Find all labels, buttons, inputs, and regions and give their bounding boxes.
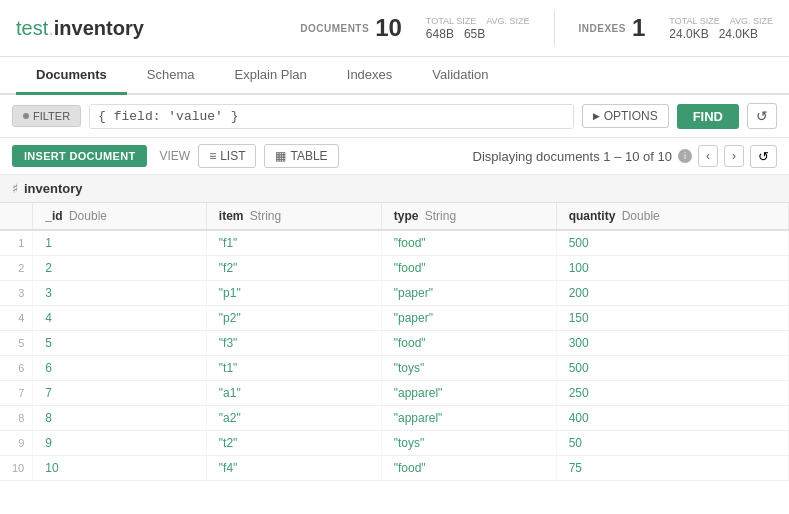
cell-type: "food"	[381, 331, 556, 356]
quantity-value: 500	[569, 236, 589, 250]
tab-schema[interactable]: Schema	[127, 57, 215, 95]
id-link[interactable]: 9	[45, 436, 52, 450]
filter-button[interactable]: FILTER	[12, 105, 81, 127]
cell-item: "t2"	[206, 431, 381, 456]
total-size-docs-val: 648B	[426, 27, 454, 41]
filter-box	[89, 104, 574, 129]
cell-item: "p2"	[206, 306, 381, 331]
id-link[interactable]: 4	[45, 311, 52, 325]
item-value: "f3"	[219, 336, 238, 350]
refresh-button[interactable]: ↺	[747, 103, 777, 129]
find-button[interactable]: FIND	[677, 104, 739, 129]
row-number: 7	[0, 381, 33, 406]
next-page-button[interactable]: ›	[724, 145, 744, 167]
id-link[interactable]: 6	[45, 361, 52, 375]
cell-type: "toys"	[381, 431, 556, 456]
row-number: 8	[0, 406, 33, 431]
item-value: "p1"	[219, 286, 241, 300]
cell-type: "apparel"	[381, 381, 556, 406]
filter-input[interactable]	[90, 105, 573, 128]
col-header-quantity: quantity Double	[556, 203, 788, 230]
id-link[interactable]: 3	[45, 286, 52, 300]
cell-quantity: 75	[556, 456, 788, 481]
tab-validation[interactable]: Validation	[412, 57, 508, 95]
row-number: 6	[0, 356, 33, 381]
insert-document-button[interactable]: INSERT DOCUMENT	[12, 145, 147, 167]
table-view-button[interactable]: ▦ TABLE	[264, 144, 338, 168]
filter-label: FILTER	[33, 110, 70, 122]
quantity-value: 300	[569, 336, 589, 350]
cell-type: "food"	[381, 256, 556, 281]
reload-button[interactable]: ↺	[750, 145, 777, 168]
cell-item: "f2"	[206, 256, 381, 281]
table-row: 6 6 "t1" "toys" 500	[0, 356, 789, 381]
avg-size-docs-label: AVG. SIZE	[486, 16, 529, 26]
col-id-type: Double	[69, 209, 107, 223]
cell-item: "f4"	[206, 456, 381, 481]
col-item-type: String	[250, 209, 281, 223]
total-size-idx-label: TOTAL SIZE	[669, 16, 719, 26]
cell-item: "a1"	[206, 381, 381, 406]
table-icon: ▦	[275, 149, 286, 163]
table-row: 10 10 "f4" "food" 75	[0, 456, 789, 481]
cell-item: "f3"	[206, 331, 381, 356]
cell-type: "toys"	[381, 356, 556, 381]
cell-quantity: 250	[556, 381, 788, 406]
list-icon: ≡	[209, 149, 216, 163]
filter-toolbar: FILTER ▶ OPTIONS FIND ↺	[0, 95, 789, 138]
col-qty-type: Double	[622, 209, 660, 223]
item-value: "f1"	[219, 236, 238, 250]
tab-indexes[interactable]: Indexes	[327, 57, 413, 95]
cell-item: "f1"	[206, 230, 381, 256]
id-link[interactable]: 1	[45, 236, 52, 250]
item-value: "f2"	[219, 261, 238, 275]
col-id-name: _id	[45, 209, 62, 223]
item-value: "f4"	[219, 461, 238, 475]
quantity-value: 100	[569, 261, 589, 275]
cell-quantity: 50	[556, 431, 788, 456]
table-row: 4 4 "p2" "paper" 150	[0, 306, 789, 331]
view-label: VIEW	[159, 149, 190, 163]
tab-explain-plan[interactable]: Explain Plan	[215, 57, 327, 95]
row-number: 10	[0, 456, 33, 481]
table-row: 2 2 "f2" "food" 100	[0, 256, 789, 281]
find-label: FIND	[693, 109, 723, 124]
row-number: 5	[0, 331, 33, 356]
col-type-type: String	[425, 209, 456, 223]
cell-id: 5	[33, 331, 207, 356]
quantity-value: 50	[569, 436, 582, 450]
avg-size-idx-label: AVG. SIZE	[730, 16, 773, 26]
logo: test.inventory	[16, 17, 144, 40]
col-item-name: item	[219, 209, 244, 223]
cell-id: 6	[33, 356, 207, 381]
avg-size-docs-val: 65B	[464, 27, 485, 41]
table-body: 1 1 "f1" "food" 500 2 2 "f2" "food" 100 …	[0, 230, 789, 481]
type-value: "paper"	[394, 311, 433, 325]
cell-quantity: 400	[556, 406, 788, 431]
row-number: 2	[0, 256, 33, 281]
col-qty-name: quantity	[569, 209, 616, 223]
item-value: "p2"	[219, 311, 241, 325]
total-size-docs-label: TOTAL SIZE	[426, 16, 476, 26]
cell-id: 9	[33, 431, 207, 456]
row-number: 9	[0, 431, 33, 456]
cell-quantity: 500	[556, 356, 788, 381]
options-button[interactable]: ▶ OPTIONS	[582, 104, 669, 128]
col-header-id: _id Double	[33, 203, 207, 230]
id-link[interactable]: 10	[45, 461, 58, 475]
quantity-value: 500	[569, 361, 589, 375]
id-link[interactable]: 7	[45, 386, 52, 400]
id-link[interactable]: 8	[45, 411, 52, 425]
documents-count: 10	[375, 14, 402, 42]
documents-label: DOCUMENTS	[300, 23, 369, 34]
tab-documents[interactable]: Documents	[16, 57, 127, 95]
col-header-item: item String	[206, 203, 381, 230]
id-link[interactable]: 2	[45, 261, 52, 275]
col-type-name: type	[394, 209, 419, 223]
indexes-label: INDEXES	[579, 23, 626, 34]
id-link[interactable]: 5	[45, 336, 52, 350]
cell-id: 10	[33, 456, 207, 481]
prev-page-button[interactable]: ‹	[698, 145, 718, 167]
list-view-button[interactable]: ≡ LIST	[198, 144, 256, 168]
type-value: "apparel"	[394, 411, 443, 425]
